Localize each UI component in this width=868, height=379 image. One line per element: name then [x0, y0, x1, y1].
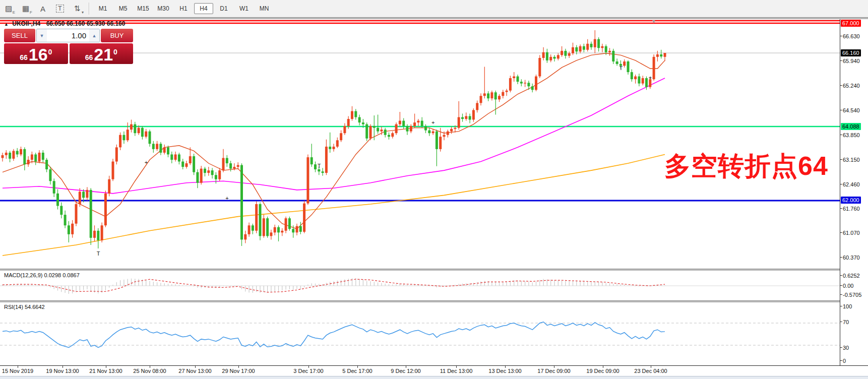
- grid-pattern-icon[interactable]: ▦F: [18, 2, 33, 15]
- candle-body: [561, 51, 563, 55]
- candle-body: [373, 126, 376, 128]
- candle-body: [31, 154, 33, 160]
- chart-object-marker[interactable]: +: [145, 159, 148, 165]
- timeframe-W1[interactable]: W1: [234, 3, 254, 14]
- collapse-triangle-icon[interactable]: ▲: [4, 22, 9, 27]
- rsi-panel[interactable]: [0, 302, 840, 365]
- candle-body: [509, 78, 512, 91]
- macd-label: MACD(12,26,9) 0.0298 0.0867: [4, 272, 80, 278]
- toolbar-separator: [89, 3, 90, 15]
- chart-object-marker[interactable]: +: [431, 119, 435, 125]
- sort-arrows-icon[interactable]: ⇅▾: [70, 2, 85, 15]
- price-axis-label: 62.000: [841, 197, 861, 204]
- text-label-icon[interactable]: A: [35, 2, 50, 15]
- timeframe-M30[interactable]: M30: [154, 3, 173, 14]
- volume-input[interactable]: 1.00: [47, 29, 89, 42]
- candle-body: [454, 128, 456, 129]
- candle-body: [5, 153, 8, 155]
- candle-body: [20, 149, 22, 155]
- candle-body: [101, 225, 103, 240]
- candle-body: [597, 39, 600, 48]
- candle-body: [288, 218, 291, 229]
- time-axis-label: 25 Nov 08:00: [133, 368, 166, 374]
- time-axis-label: 13 Dec 13:00: [488, 368, 521, 374]
- terminal-window: ▨E▦FAT⇅▾ M1M5M15M30H1H4D1W1MN T++T+T+ 67…: [0, 0, 868, 379]
- chart-object-marker[interactable]: T: [318, 163, 321, 169]
- window-bottom-edge: [0, 376, 868, 379]
- candle-body: [447, 132, 449, 135]
- candle-body: [240, 165, 243, 240]
- candle-body: [314, 164, 317, 169]
- sell-price-display[interactable]: 66 16 0: [4, 43, 68, 64]
- candle-body: [417, 121, 419, 123]
- main-macd-separator[interactable]: [0, 269, 868, 271]
- candle-body: [553, 57, 556, 59]
- candle-body: [23, 149, 26, 164]
- timeframe-H1[interactable]: H1: [174, 3, 193, 14]
- ohlc-values: 66.050 66.160 65.930 66.160: [46, 20, 126, 27]
- symbol-name: UKOIl-,H4: [12, 20, 40, 27]
- candle-body: [439, 137, 442, 149]
- macd-panel[interactable]: [0, 270, 840, 300]
- timeframe-MN[interactable]: MN: [255, 3, 274, 14]
- candle-body: [159, 144, 162, 153]
- candle-body: [64, 215, 67, 225]
- chart-shift-triangle-icon[interactable]: ▼: [651, 19, 656, 24]
- candle-body: [318, 169, 320, 171]
- chart-object-marker[interactable]: +: [649, 75, 652, 81]
- price-axis-label: 61.070: [843, 229, 860, 236]
- price-axis-label: 65.940: [843, 57, 860, 65]
- buy-price-sup: 0: [113, 48, 117, 56]
- candle-body: [391, 133, 394, 137]
- candle-body: [49, 169, 51, 181]
- candle-body: [432, 132, 435, 134]
- candle-body: [436, 132, 438, 149]
- timeframe-H4[interactable]: H4: [194, 3, 213, 14]
- text-box-icon[interactable]: T: [52, 2, 68, 15]
- candle-body: [340, 133, 342, 140]
- candle-body: [586, 44, 589, 50]
- timeframe-M5[interactable]: M5: [113, 3, 133, 14]
- time-axis[interactable]: 15 Nov 201919 Nov 13:0021 Nov 13:0025 No…: [0, 365, 868, 376]
- candle-body: [476, 103, 478, 110]
- candle-body: [141, 128, 144, 137]
- volume-up-icon[interactable]: ▲: [89, 29, 99, 42]
- buy-price-display[interactable]: 66 21 0: [70, 43, 134, 64]
- sell-button[interactable]: SELL: [4, 29, 35, 42]
- candle-body: [365, 124, 368, 139]
- candle-body: [564, 51, 567, 56]
- price-axis[interactable]: 67.00066.63066.16065.94065.24064.54064.0…: [840, 19, 868, 375]
- chart-object-marker[interactable]: +: [225, 195, 228, 201]
- candle-body: [623, 61, 626, 66]
- time-axis-label: 9 Dec 12:00: [391, 368, 420, 374]
- candle-body: [56, 194, 59, 206]
- chart-object-marker[interactable]: T: [97, 250, 100, 257]
- candle-body: [413, 122, 416, 126]
- time-axis-label: 27 Nov 13:00: [178, 368, 211, 374]
- macd-rsi-separator[interactable]: [0, 300, 868, 303]
- buy-button[interactable]: BUY: [101, 29, 133, 42]
- candle-body: [601, 46, 603, 48]
- candle-body: [38, 153, 41, 162]
- sell-price-main: 16: [29, 46, 48, 63]
- timeframe-D1[interactable]: D1: [214, 3, 233, 14]
- chart-annotation-text[interactable]: 多空转折点64: [664, 149, 828, 184]
- price-axis-label: 100: [843, 303, 852, 310]
- candle-body: [156, 144, 158, 149]
- price-axis-label: 63.150: [843, 156, 860, 163]
- timeframe-M15[interactable]: M15: [134, 3, 153, 14]
- candle-body: [458, 117, 460, 128]
- hatch-pattern-icon[interactable]: ▨E: [1, 2, 16, 15]
- volume-down-icon[interactable]: ▼: [37, 29, 47, 42]
- candle-body: [653, 57, 655, 79]
- candle-body: [115, 147, 118, 161]
- timeframe-M1[interactable]: M1: [93, 3, 112, 14]
- price-axis-label: 0: [843, 357, 846, 364]
- candle-body: [410, 126, 412, 132]
- time-axis-label: 19 Dec 09:00: [586, 368, 619, 374]
- chart-object-marker[interactable]: T: [619, 65, 623, 71]
- time-axis-label: 17 Dec 09:00: [537, 368, 570, 374]
- candle-body: [590, 44, 593, 47]
- symbol-title[interactable]: ▲ UKOIl-,H4 66.050 66.160 65.930 66.160: [4, 20, 125, 27]
- candle-body: [263, 218, 265, 236]
